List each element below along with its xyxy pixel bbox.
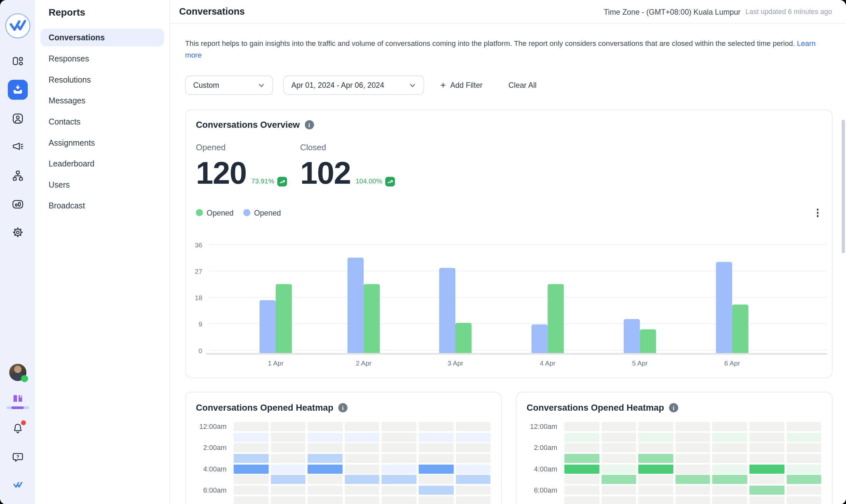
heatmap-row: 6:00am bbox=[527, 486, 822, 495]
chevron-down-icon bbox=[409, 82, 416, 89]
heatmap-cell bbox=[308, 443, 342, 452]
sidebar-item-leaderboard[interactable]: Leaderboard bbox=[40, 155, 164, 173]
heatmap-cell bbox=[234, 454, 269, 463]
heatmap-cell bbox=[234, 475, 269, 484]
heatmap-cell bbox=[787, 443, 821, 452]
dashboard-icon[interactable] bbox=[11, 55, 24, 69]
legend-dot-green bbox=[196, 210, 203, 217]
heatmap-cell bbox=[712, 422, 747, 431]
sidebar-item-conversations[interactable]: Conversations bbox=[40, 29, 164, 47]
inbox-icon-active[interactable] bbox=[7, 80, 27, 100]
sidebar-item-broadcast[interactable]: Broadcast bbox=[40, 197, 164, 215]
legend-label: Opened bbox=[207, 209, 234, 217]
timezone-label[interactable]: Time Zone - (GMT+08:00) Kuala Lumpur bbox=[604, 7, 741, 16]
x-axis-label-1-Apr: 1 Apr bbox=[254, 359, 297, 367]
settings-gear-icon[interactable] bbox=[11, 225, 24, 239]
gridline-18 bbox=[209, 296, 827, 297]
heatmap-cell bbox=[419, 496, 453, 504]
vertical-scrollbar-thumb[interactable] bbox=[842, 120, 845, 253]
heatmap-cell bbox=[345, 486, 380, 495]
period-select[interactable]: Custom bbox=[185, 75, 273, 95]
brand-mark-icon[interactable] bbox=[11, 478, 24, 492]
notifications-bell-icon[interactable] bbox=[11, 421, 24, 435]
clear-all-button[interactable]: Clear All bbox=[508, 81, 536, 90]
bar-1-Apr-green bbox=[276, 284, 292, 353]
info-icon[interactable]: i bbox=[338, 403, 347, 412]
bar-4-Apr-blue bbox=[532, 325, 548, 353]
heatmap-row: 2:00am bbox=[196, 443, 491, 452]
add-filter-label: Add Filter bbox=[450, 81, 482, 90]
sidebar-item-contacts[interactable]: Contacts bbox=[40, 112, 164, 130]
period-select-value: Custom bbox=[193, 81, 219, 90]
heatmap-row-label: 12:00am bbox=[527, 422, 565, 431]
heatmap-row bbox=[527, 454, 822, 463]
heatmap-cell bbox=[419, 422, 453, 431]
date-range-select[interactable]: Apr 01, 2024 - Apr 06, 2024 bbox=[283, 75, 424, 95]
heatmap-cell bbox=[308, 464, 342, 473]
legend-item-green[interactable]: Opened bbox=[196, 209, 234, 217]
heatmap-row-label: 12:00am bbox=[196, 422, 234, 431]
gridline-27 bbox=[209, 270, 827, 271]
heatmap-cell bbox=[381, 486, 416, 495]
heatmap-cell bbox=[308, 454, 342, 463]
sidebar-item-messages[interactable]: Messages bbox=[40, 92, 164, 110]
app-logo[interactable] bbox=[5, 13, 30, 38]
heatmap-row bbox=[527, 432, 822, 442]
legend-item-blue[interactable]: Opened bbox=[243, 209, 281, 217]
sidebar-item-users[interactable]: Users bbox=[40, 176, 164, 194]
heatmap-cell bbox=[271, 422, 305, 431]
sidebar-item-resolutions[interactable]: Resolutions bbox=[40, 71, 164, 88]
heatmap-grid: 12:00am2:00am4:00am6:00am bbox=[196, 422, 491, 504]
kebab-menu-icon[interactable] bbox=[815, 207, 820, 218]
heatmap-cell bbox=[601, 486, 636, 495]
heatmap-cell bbox=[345, 464, 380, 473]
info-icon[interactable]: i bbox=[305, 120, 314, 129]
inbox-icon bbox=[12, 84, 24, 96]
stat-change: 73.91% bbox=[251, 177, 274, 185]
heatmap-row bbox=[196, 432, 491, 442]
add-filter-button[interactable]: + Add Filter bbox=[441, 80, 483, 90]
heatmap-cell bbox=[234, 432, 269, 442]
info-icon[interactable]: i bbox=[669, 403, 678, 412]
y-axis-label-0: 0 bbox=[186, 347, 203, 355]
heatmap-row: 4:00am bbox=[196, 464, 491, 473]
megaphone-icon[interactable] bbox=[11, 140, 24, 154]
heatmap-cell bbox=[234, 486, 269, 495]
heatmap-cell bbox=[787, 422, 821, 431]
heatmap-cell bbox=[565, 496, 599, 504]
unread-notification-dot bbox=[21, 420, 26, 425]
opened-heatmap-card-blue: Conversations Opened Heatmap i 12:00am2:… bbox=[185, 392, 502, 504]
heatmap-cell bbox=[787, 486, 821, 495]
sidebar-item-assignments[interactable]: Assignments bbox=[40, 133, 164, 151]
card-title: Conversations Opened Heatmap bbox=[196, 402, 334, 413]
heatmap-row-label: 4:00am bbox=[527, 465, 565, 473]
sidebar-item-responses[interactable]: Responses bbox=[40, 50, 164, 67]
chevron-down-icon bbox=[258, 82, 265, 89]
heatmap-row: 4:00am bbox=[527, 464, 822, 473]
heatmap-cell bbox=[675, 454, 710, 463]
sidebar-title: Reports bbox=[49, 7, 169, 19]
guide-book-icon[interactable] bbox=[11, 392, 24, 406]
legend-label: Opened bbox=[254, 209, 281, 217]
user-avatar[interactable] bbox=[9, 364, 26, 381]
card-title: Conversations Opened Heatmap bbox=[527, 402, 664, 413]
heatmap-cell bbox=[381, 475, 416, 484]
heatmap-cell bbox=[712, 464, 747, 473]
heatmap-cell bbox=[638, 496, 673, 504]
heatmap-cell bbox=[565, 443, 599, 452]
heatmap-cell bbox=[675, 443, 710, 452]
stat-value: 102 bbox=[300, 157, 350, 188]
contacts-icon[interactable] bbox=[11, 111, 24, 126]
heatmap-cell bbox=[787, 454, 821, 463]
heatmap-cell bbox=[234, 422, 269, 431]
help-icon[interactable]: ? bbox=[11, 450, 24, 464]
date-range-value: Apr 01, 2024 - Apr 06, 2024 bbox=[291, 81, 384, 90]
workflows-icon[interactable] bbox=[11, 169, 24, 183]
overview-stats: Opened 120 73.91% Closed 102 bbox=[196, 143, 826, 188]
bar-5-Apr-green bbox=[640, 329, 656, 353]
reports-icon[interactable] bbox=[11, 197, 24, 211]
heatmap-row: 12:00am bbox=[527, 422, 822, 431]
stat-opened: Opened 120 73.91% bbox=[196, 143, 287, 188]
bar-3-Apr-blue bbox=[439, 268, 455, 353]
heatmap-cell bbox=[456, 454, 490, 463]
